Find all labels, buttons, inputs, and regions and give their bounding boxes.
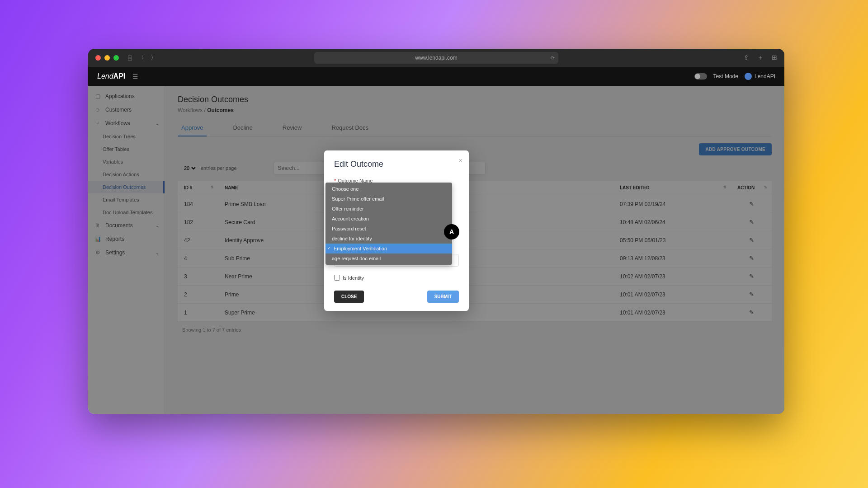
tabs-icon[interactable]: ⊞	[772, 54, 777, 62]
app-header: LendAPI ☰ Test Mode LendAPI	[88, 67, 784, 86]
url-bar[interactable]: www.lendapi.com ⟳	[314, 52, 558, 64]
minimize-window-icon[interactable]	[104, 55, 110, 61]
url-text: www.lendapi.com	[415, 55, 457, 61]
test-mode-toggle[interactable]	[694, 73, 707, 80]
dropdown-option[interactable]: decline for identity	[326, 234, 452, 244]
close-window-icon[interactable]	[95, 55, 101, 61]
nav-toggle-icon[interactable]: ☰	[132, 73, 138, 80]
logo: LendAPI	[97, 72, 125, 80]
browser-window: ⌸ 〈 〉 www.lendapi.com ⟳ ⇪ ＋ ⊞ LendAPI ☰ …	[88, 49, 784, 414]
is-identity-label: Is Identity	[343, 275, 364, 281]
share-icon[interactable]: ⇪	[744, 54, 749, 62]
dropdown-option[interactable]: Choose one	[326, 183, 452, 194]
dropdown-option[interactable]: Offer reminder	[326, 204, 452, 214]
refresh-icon[interactable]: ⟳	[551, 55, 555, 61]
forward-icon[interactable]: 〉	[151, 54, 157, 62]
outcome-name-dropdown[interactable]: Choose oneSuper Prime offer emailOffer r…	[326, 183, 452, 265]
close-icon[interactable]: ×	[459, 157, 462, 164]
annotation-marker: A	[444, 224, 459, 239]
maximize-window-icon[interactable]	[113, 55, 119, 61]
traffic-lights	[95, 55, 119, 61]
back-icon[interactable]: 〈	[138, 54, 144, 62]
is-identity-checkbox[interactable]	[334, 275, 340, 281]
test-mode-label: Test Mode	[713, 73, 738, 80]
avatar	[745, 73, 752, 80]
dropdown-option[interactable]: Super Prime offer email	[326, 194, 452, 204]
new-tab-icon[interactable]: ＋	[757, 54, 764, 62]
dropdown-option[interactable]: Account creation	[326, 214, 452, 224]
dropdown-option[interactable]: age request doc email	[326, 253, 452, 265]
submit-button[interactable]: SUBMIT	[427, 291, 459, 303]
modal-title: Edit Outcome	[334, 160, 459, 169]
dropdown-option[interactable]: Password reset	[326, 224, 452, 234]
user-badge[interactable]: LendAPI	[745, 73, 775, 80]
user-name: LendAPI	[755, 73, 775, 80]
close-button[interactable]: CLOSE	[334, 291, 364, 303]
dropdown-option[interactable]: Employment Verification	[326, 244, 452, 253]
titlebar: ⌸ 〈 〉 www.lendapi.com ⟳ ⇪ ＋ ⊞	[88, 49, 784, 67]
sidebar-toggle-icon[interactable]: ⌸	[128, 54, 132, 61]
